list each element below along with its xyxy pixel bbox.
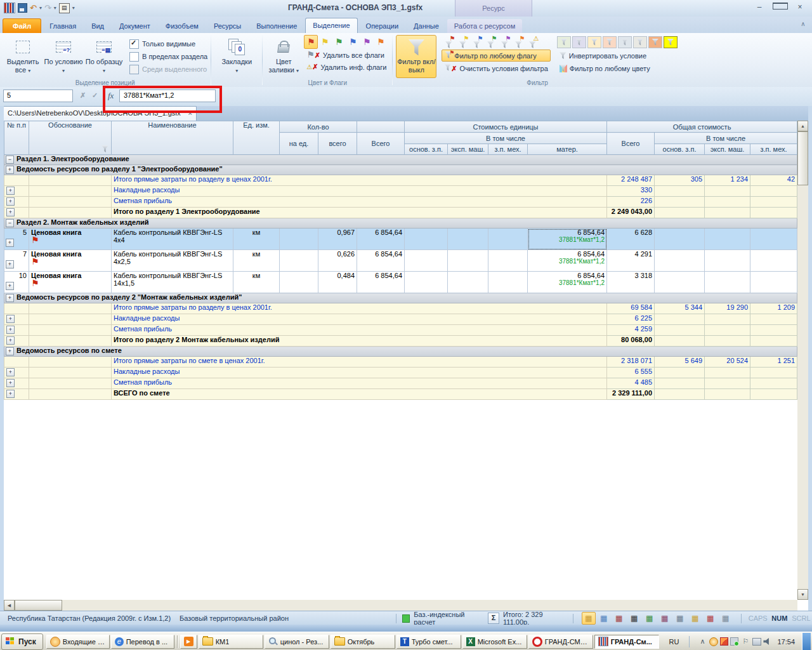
unit-cell[interactable]: км xyxy=(233,229,280,250)
ribbon-tab[interactable]: Данные xyxy=(407,19,446,33)
save-button[interactable] xyxy=(18,3,27,13)
total-cost-cell[interactable]: 6 225 xyxy=(607,314,655,325)
ribbon-tab[interactable]: Физобъем xyxy=(159,19,206,33)
machines-cell[interactable]: 19 290 xyxy=(705,303,750,314)
machines-cell[interactable] xyxy=(705,208,750,218)
exp-collapse-icon[interactable]: + xyxy=(6,260,14,269)
summary-row[interactable]: Итого прямые затраты по разделу в ценах … xyxy=(4,175,797,186)
header-machines-1[interactable]: эксп. маш. xyxy=(448,144,488,155)
row-number-cell[interactable]: + xyxy=(4,389,29,400)
summary-label-cell[interactable]: Итого прямые затраты по смете в ценах 20… xyxy=(112,357,607,368)
total-cost-cell[interactable]: 2 249 043,00 xyxy=(607,208,655,218)
mech-salary-total-cell[interactable] xyxy=(750,272,797,293)
materials-cell[interactable]: 6 854,6437881*Кмат*1,2 xyxy=(528,229,607,250)
qty-per-unit-cell[interactable] xyxy=(280,250,318,272)
total-cost-cell[interactable]: 2 318 071 xyxy=(607,357,655,368)
header-mech-salary-1[interactable]: з.п. мех. xyxy=(488,144,528,155)
section-row[interactable]: +Ведомость ресурсов по разделу 1 "Электр… xyxy=(4,165,797,175)
justification-cell[interactable]: Ценовая книга⚑ xyxy=(29,272,112,293)
header-num[interactable]: № п.п xyxy=(4,121,29,155)
volume-icon[interactable] xyxy=(763,638,771,646)
start-button[interactable]: Пуск xyxy=(1,633,43,650)
horizontal-scroll-thumb[interactable] xyxy=(15,600,62,611)
chart-view-icon[interactable]: ▦ xyxy=(704,612,717,625)
search-view-icon[interactable]: ▦ xyxy=(673,612,687,625)
header-mech-salary-2[interactable]: з.п. мех. xyxy=(750,144,797,155)
filter-flag-button[interactable]: ⚑ xyxy=(511,36,525,48)
justification-cell[interactable] xyxy=(29,303,112,314)
qty-per-unit-cell[interactable] xyxy=(280,272,318,293)
filter-warn-flag-button[interactable]: ⚠ xyxy=(525,36,539,48)
bookmarks-button[interactable]: 0 Закладки ▾ xyxy=(214,35,259,74)
base-salary-total-cell[interactable] xyxy=(655,272,705,293)
mech-salary-cell[interactable] xyxy=(750,314,797,325)
total-cost-cell[interactable]: 4 259 xyxy=(607,325,655,336)
section-row[interactable]: −Раздел 1. Электрооборудование xyxy=(4,155,797,165)
base-salary-cell[interactable] xyxy=(655,197,705,208)
item-row[interactable]: 7+Ценовая книга⚑Кабель контрольный КВВГЭ… xyxy=(4,250,797,272)
header-qty[interactable]: Кол-во xyxy=(280,121,357,133)
base-salary-cell[interactable] xyxy=(655,208,705,218)
exp-collapse-icon[interactable]: + xyxy=(6,294,14,302)
justification-cell[interactable]: Ценовая книга⚑ xyxy=(29,229,112,250)
mech-salary-cell[interactable] xyxy=(488,250,528,272)
section-row[interactable]: −Раздел 2. Монтаж кабельных изделий xyxy=(4,218,797,229)
summary-label-cell[interactable]: Итого по разделу 1 Электрооборудование xyxy=(112,208,607,218)
exp-collapse-icon[interactable]: + xyxy=(6,239,14,247)
section-cell[interactable]: +Ведомость ресурсов по разделу 2 "Монтаж… xyxy=(4,293,797,303)
clock-icon[interactable] xyxy=(709,637,718,646)
qty-total-cell[interactable]: 0,484 xyxy=(318,272,357,293)
quick-launch-button[interactable]: ▶ xyxy=(180,635,197,649)
scroll-left-icon[interactable]: ◀ xyxy=(4,600,15,611)
header-justification[interactable]: Обоснование xyxy=(29,121,112,155)
summary-row[interactable]: Итого прямые затраты по смете в ценах 20… xyxy=(4,357,797,368)
filter-flag-button[interactable]: ⚑ xyxy=(497,36,511,48)
taskbar-window-button[interactable]: КМ1 xyxy=(199,635,263,649)
machines-cell[interactable] xyxy=(448,272,488,293)
unit-cost-total-cell[interactable]: 6 854,64 xyxy=(357,250,405,272)
row-number-cell[interactable]: + xyxy=(4,186,29,197)
summary-row[interactable]: +Сметная прибыль226 xyxy=(4,197,797,208)
section-cell[interactable]: −Раздел 2. Монтаж кабельных изделий xyxy=(4,218,797,229)
summary-row[interactable]: +Сметная прибыль4 485 xyxy=(4,378,797,389)
summary-label-cell[interactable]: ВСЕГО по смете xyxy=(112,389,607,400)
show-desktop-button[interactable] xyxy=(802,633,811,650)
machines-cell[interactable] xyxy=(705,389,750,400)
mech-salary-cell[interactable] xyxy=(750,186,797,197)
summary-label-cell[interactable]: Итого по разделу 2 Монтаж кабельных изде… xyxy=(112,336,607,347)
exp-collapse-icon[interactable]: + xyxy=(6,336,15,345)
summary-row[interactable]: +ВСЕГО по смете2 329 111,00 xyxy=(4,389,797,400)
mech-salary-total-cell[interactable] xyxy=(750,229,797,250)
coins-view-icon[interactable]: ▦ xyxy=(688,612,702,625)
row-number-cell[interactable]: 5+ xyxy=(4,229,29,250)
table-view-icon[interactable]: ▦ xyxy=(582,612,596,625)
header-total-cost[interactable]: Общая стоимость xyxy=(607,121,797,133)
summary-label-cell[interactable]: Накладные расходы xyxy=(112,186,607,197)
vertical-scrollbar[interactable]: ▲ ▼ xyxy=(797,121,808,600)
section-cell[interactable]: +Ведомость ресурсов по разделу 1 "Электр… xyxy=(4,165,797,175)
item-row[interactable]: 10+Ценовая книга⚑Кабель контрольный КВВГ… xyxy=(4,272,797,293)
mech-salary-cell[interactable] xyxy=(750,208,797,218)
total-cost-cell[interactable]: 4 485 xyxy=(607,378,655,389)
total-cost-cell[interactable]: 330 xyxy=(607,186,655,197)
chevron-up-icon[interactable]: ∧ xyxy=(697,637,707,646)
qty-per-unit-cell[interactable] xyxy=(280,229,318,250)
unit-cost-total-cell[interactable]: 6 854,64 xyxy=(357,272,405,293)
exp-collapse-icon[interactable]: − xyxy=(6,219,14,227)
row-number-cell[interactable]: + xyxy=(4,378,29,389)
taskbar-button[interactable]: eПеревод в ... xyxy=(111,635,174,649)
justification-cell[interactable]: Ценовая книга⚑ xyxy=(29,250,112,272)
section-cell[interactable]: +Ведомость ресурсов по смете xyxy=(4,347,797,357)
tsn-view-icon[interactable]: ▦ xyxy=(627,612,641,625)
flag-icon[interactable]: ⚐ xyxy=(740,637,750,646)
mech-salary-cell[interactable] xyxy=(488,272,528,293)
justification-cell[interactable] xyxy=(29,336,112,347)
qat-customize-button[interactable]: ▾ xyxy=(72,5,75,11)
base-salary-cell[interactable]: 5 344 xyxy=(655,303,705,314)
justification-cell[interactable] xyxy=(29,389,112,400)
unit-cell[interactable]: км xyxy=(233,250,280,272)
flag-button[interactable]: ⚑ xyxy=(346,35,360,49)
np-view-icon[interactable]: ▦ xyxy=(658,612,672,625)
exp-collapse-icon[interactable]: + xyxy=(6,166,14,174)
justification-cell[interactable] xyxy=(29,197,112,208)
